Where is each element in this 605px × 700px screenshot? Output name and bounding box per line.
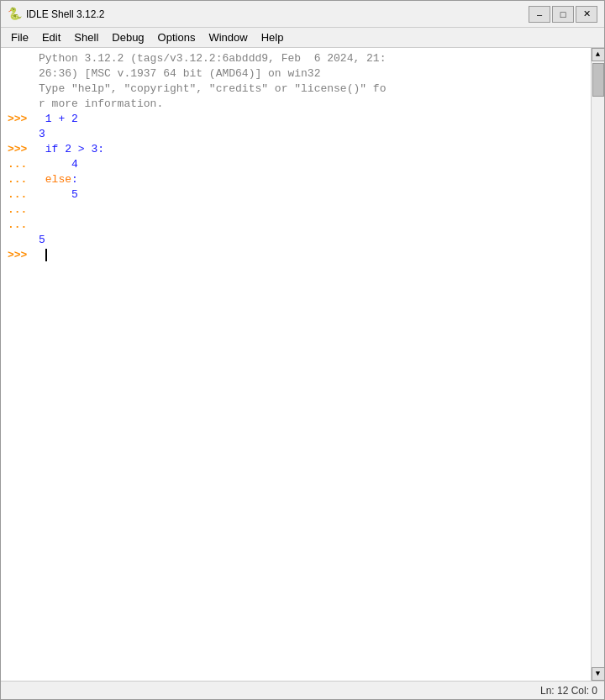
- prompt-1: >>>: [1, 112, 39, 127]
- status-text: Ln: 12 Col: 0: [540, 685, 597, 697]
- repl-line-7: ...: [1, 218, 591, 233]
- active-input[interactable]: [39, 248, 47, 263]
- output-line-2: 5: [1, 233, 591, 248]
- intro-text-1: Python 3.12.2 (tags/v3.12.2:6abddd9, Feb…: [39, 51, 386, 82]
- app-icon: 🐍: [8, 8, 21, 21]
- scroll-up-arrow[interactable]: ▲: [592, 48, 605, 61]
- text-cursor: [45, 249, 47, 261]
- scrollbar-vertical[interactable]: ▲ ▼: [591, 48, 604, 681]
- repl-line-3: ... 4: [1, 157, 591, 172]
- menu-edit[interactable]: Edit: [35, 29, 67, 45]
- intro-line-1: Python 3.12.2 (tags/v3.12.2:6abddd9, Feb…: [1, 51, 591, 82]
- shell-content[interactable]: Python 3.12.2 (tags/v3.12.2:6abddd9, Feb…: [1, 48, 591, 681]
- scroll-down-arrow[interactable]: ▼: [592, 667, 605, 681]
- shell-container: Python 3.12.2 (tags/v3.12.2:6abddd9, Feb…: [1, 48, 604, 681]
- prompt-7: ...: [1, 218, 39, 233]
- output-2: 5: [39, 233, 45, 248]
- prompt-active: >>>: [1, 248, 39, 263]
- maximize-button[interactable]: □: [552, 6, 574, 23]
- code-6: [39, 203, 45, 218]
- menu-shell[interactable]: Shell: [67, 29, 105, 45]
- prompt-3: ...: [1, 157, 39, 172]
- prompt-5: ...: [1, 187, 39, 203]
- repl-line-active[interactable]: >>>: [1, 248, 591, 263]
- prompt-4: ...: [1, 172, 39, 187]
- output-line-1: 3: [1, 127, 591, 142]
- code-7: [39, 218, 45, 233]
- close-button[interactable]: ✕: [576, 6, 597, 23]
- intro-text-2: Type "help", "copyright", "credits" or "…: [39, 82, 386, 112]
- menu-debug[interactable]: Debug: [105, 29, 150, 45]
- scrollbar-track[interactable]: [592, 61, 604, 667]
- menu-window[interactable]: Window: [202, 29, 254, 45]
- window-title: IDLE Shell 3.12.2: [26, 8, 104, 20]
- idle-window: 🐍 IDLE Shell 3.12.2 – □ ✕ File Edit Shel…: [0, 0, 605, 700]
- title-bar: 🐍 IDLE Shell 3.12.2 – □ ✕: [1, 1, 604, 28]
- code-5: 5: [39, 187, 78, 203]
- status-bar: Ln: 12 Col: 0: [1, 681, 604, 699]
- repl-line-1: >>> 1 + 2: [1, 112, 591, 127]
- prompt-6: ...: [1, 203, 39, 218]
- code-4: else:: [39, 172, 78, 187]
- repl-line-6: ...: [1, 203, 591, 218]
- menu-file[interactable]: File: [4, 29, 35, 45]
- menu-options[interactable]: Options: [151, 29, 203, 45]
- output-1: 3: [39, 127, 45, 142]
- minimize-button[interactable]: –: [529, 6, 550, 23]
- scrollbar-thumb[interactable]: [592, 63, 604, 97]
- intro-line-2: Type "help", "copyright", "credits" or "…: [1, 82, 591, 112]
- title-bar-controls: – □ ✕: [529, 6, 597, 23]
- repl-line-2: >>> if 2 > 3:: [1, 142, 591, 157]
- title-bar-left: 🐍 IDLE Shell 3.12.2: [8, 8, 104, 21]
- code-2: if 2 > 3:: [39, 142, 104, 157]
- code-3: 4: [39, 157, 78, 172]
- menu-bar: File Edit Shell Debug Options Window Hel…: [1, 28, 604, 48]
- code-1: 1 + 2: [39, 112, 78, 127]
- menu-help[interactable]: Help: [255, 29, 291, 45]
- repl-line-5: ... 5: [1, 187, 591, 203]
- prompt-2: >>>: [1, 142, 39, 157]
- repl-line-4: ... else:: [1, 172, 591, 187]
